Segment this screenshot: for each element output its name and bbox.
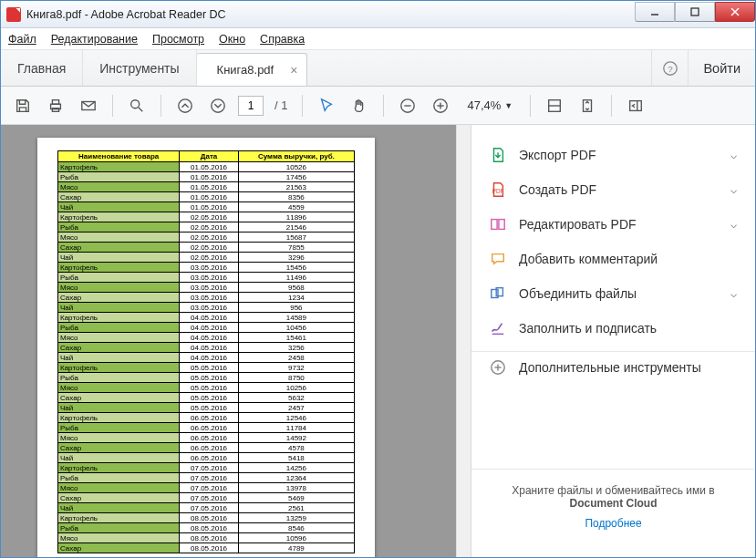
table-row: Мясо04.05.201615461 <box>58 333 355 343</box>
table-row: Мясо03.05.20169568 <box>58 283 355 293</box>
hand-tool-icon[interactable] <box>347 93 372 119</box>
tool-create-pdf[interactable]: PDF Создать PDF⌵ <box>471 172 755 207</box>
table-row: Сахар07.05.20165469 <box>58 493 355 503</box>
table-row: Чай03.05.2016956 <box>58 303 355 313</box>
tool-combine-files[interactable]: Объединить файлы⌵ <box>471 276 755 311</box>
tab-home[interactable]: Главная <box>1 50 83 86</box>
menu-help[interactable]: Справка <box>260 33 305 46</box>
tabbar: Главная Инструменты Книга8.pdf × ? Войти <box>1 50 755 87</box>
page-number-input[interactable] <box>238 96 264 116</box>
minimize-button[interactable] <box>635 2 675 22</box>
table-row: Сахар05.05.20165632 <box>58 393 355 403</box>
menubar: Файл Редактирование Просмотр Окно Справк… <box>1 28 755 50</box>
table-row: Картофель07.05.201614256 <box>58 463 355 473</box>
scrollbar[interactable] <box>456 125 471 557</box>
selection-tool-icon[interactable] <box>314 93 339 119</box>
table-row: Картофель03.05.201615456 <box>58 263 355 273</box>
menu-edit[interactable]: Редактирование <box>51 33 138 46</box>
menu-file[interactable]: Файл <box>8 33 36 46</box>
table-row: Мясо02.05.201615687 <box>58 232 355 243</box>
svg-text:?: ? <box>668 63 673 73</box>
email-icon[interactable] <box>76 93 101 119</box>
table-row: Картофель01.05.201610526 <box>58 162 355 172</box>
table-row: Сахар01.05.20168356 <box>58 192 355 202</box>
table-row: Мясо08.05.201610596 <box>58 533 355 543</box>
page-total: / 1 <box>274 98 287 112</box>
table-row: Сахар08.05.20164789 <box>58 543 355 553</box>
chevron-down-icon: ⌵ <box>730 218 737 231</box>
page-down-icon[interactable] <box>205 93 231 119</box>
fit-width-icon[interactable] <box>542 93 567 119</box>
table-row: Чай02.05.20163296 <box>58 253 355 263</box>
chevron-down-icon: ⌵ <box>730 183 737 196</box>
table-row: Картофель05.05.20169732 <box>58 363 355 373</box>
export-pdf-icon <box>490 147 506 163</box>
menu-view[interactable]: Просмотр <box>152 33 204 46</box>
data-table: Наименование товараДатаСумма выручки, ру… <box>57 150 355 553</box>
page-up-icon[interactable] <box>172 93 198 119</box>
zoom-dropdown[interactable]: 47,4%▼ <box>461 98 519 113</box>
chevron-down-icon: ⌵ <box>730 287 737 300</box>
table-row: Рыба01.05.201617456 <box>58 172 355 182</box>
table-row: Картофель08.05.201613259 <box>58 513 355 523</box>
combine-icon <box>490 285 506 302</box>
comment-icon <box>490 251 506 267</box>
toggle-panel-icon[interactable] <box>623 93 648 119</box>
svg-text:PDF: PDF <box>492 188 504 194</box>
svg-line-11 <box>139 107 143 111</box>
table-row: Мясо06.05.201614592 <box>58 433 355 443</box>
search-icon[interactable] <box>124 93 150 119</box>
svg-point-12 <box>179 98 192 111</box>
table-row: Сахар04.05.20163256 <box>58 343 355 353</box>
tool-fill-sign[interactable]: Заполнить и подписать <box>471 311 755 346</box>
create-pdf-icon: PDF <box>490 181 506 198</box>
tool-export-pdf[interactable]: Экспорт PDF⌵ <box>471 138 755 172</box>
table-header: Дата <box>180 151 238 162</box>
svg-rect-26 <box>499 220 504 230</box>
help-button[interactable]: ? <box>651 50 688 86</box>
menu-window[interactable]: Окно <box>219 33 245 46</box>
signin-button[interactable]: Войти <box>688 50 755 86</box>
cloud-learn-more-link[interactable]: Подробнее <box>488 517 739 530</box>
print-icon[interactable] <box>43 93 68 119</box>
fit-page-icon[interactable] <box>575 93 600 119</box>
document-viewport[interactable]: Наименование товараДатаСумма выручки, ру… <box>1 125 456 557</box>
tool-edit-pdf[interactable]: Редактировать PDF⌵ <box>471 207 755 242</box>
tools-panel: Экспорт PDF⌵ PDF Создать PDF⌵ Редактиров… <box>471 125 755 557</box>
zoom-out-icon[interactable] <box>395 93 420 119</box>
table-row: Сахар02.05.20167855 <box>58 243 355 253</box>
zoom-in-icon[interactable] <box>428 93 453 119</box>
svg-point-13 <box>212 98 224 111</box>
table-header: Сумма выручки, руб. <box>238 151 354 162</box>
table-row: Чай04.05.20162458 <box>58 353 355 363</box>
toolbar: / 1 47,4%▼ <box>1 87 755 125</box>
table-row: Рыба05.05.20168750 <box>58 373 355 383</box>
window-title: Книга8.pdf - Adobe Acrobat Reader DC <box>26 8 226 21</box>
tab-document[interactable]: Книга8.pdf × <box>197 53 308 86</box>
table-row: Рыба06.05.201611784 <box>58 423 355 433</box>
tab-close-icon[interactable]: × <box>290 63 297 78</box>
table-row: Сахар06.05.20164578 <box>58 443 355 453</box>
table-row: Мясо07.05.201613978 <box>58 483 355 493</box>
table-row: Картофель02.05.201611896 <box>58 212 355 222</box>
app-icon <box>6 7 21 22</box>
svg-point-10 <box>131 99 140 108</box>
maximize-button[interactable] <box>675 2 715 22</box>
table-row: Чай06.05.20165418 <box>58 453 355 463</box>
save-icon[interactable] <box>10 93 36 119</box>
close-button[interactable] <box>715 2 755 22</box>
tab-document-label: Книга8.pdf <box>217 63 274 77</box>
tab-tools[interactable]: Инструменты <box>83 50 196 86</box>
chevron-down-icon: ⌵ <box>730 149 737 161</box>
table-row: Рыба02.05.201621546 <box>58 222 355 232</box>
table-row: Картофель06.05.201612546 <box>58 413 355 423</box>
sign-icon <box>490 320 506 336</box>
table-row: Рыба04.05.201610456 <box>58 323 355 333</box>
tool-add-comment[interactable]: Добавить комментарий <box>471 242 755 276</box>
plus-circle-icon <box>490 359 506 376</box>
table-row: Рыба03.05.201611496 <box>58 273 355 283</box>
cloud-promo: Храните файлы и обменивайтесь ими в Docu… <box>471 469 755 544</box>
titlebar: Книга8.pdf - Adobe Acrobat Reader DC <box>1 1 755 28</box>
pdf-page: Наименование товараДатаСумма выручки, ру… <box>37 138 375 557</box>
tool-more[interactable]: Дополнительные инструменты <box>471 351 755 376</box>
